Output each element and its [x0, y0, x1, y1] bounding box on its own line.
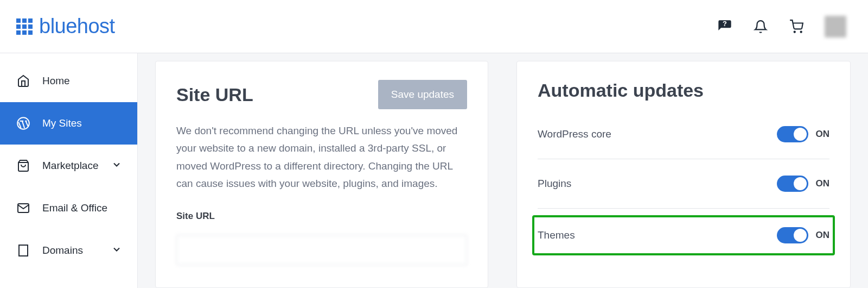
- home-icon: [16, 74, 30, 88]
- mail-icon: [16, 201, 30, 215]
- svg-rect-6: [19, 245, 28, 256]
- brand-name: bluehost: [39, 15, 115, 38]
- sidebar-item-home[interactable]: Home: [0, 60, 137, 102]
- cart-icon[interactable]: [789, 19, 804, 34]
- card-title: Automatic updates: [538, 80, 829, 101]
- chevron-down-icon: [111, 159, 122, 173]
- sidebar-item-my-sites[interactable]: My Sites: [0, 102, 137, 145]
- wordpress-icon: [16, 116, 30, 130]
- divider: [538, 208, 829, 209]
- toggle-wordpress-core[interactable]: [777, 126, 808, 142]
- sidebar-item-label: Home: [42, 75, 70, 87]
- svg-point-1: [794, 31, 795, 32]
- update-row-label: Themes: [538, 229, 575, 241]
- bell-icon[interactable]: [753, 19, 768, 34]
- automatic-updates-card: Automatic updates WordPress core ON Plug…: [516, 61, 851, 288]
- toggle-state: ON: [816, 129, 830, 140]
- update-row-label: WordPress core: [538, 128, 611, 140]
- avatar[interactable]: [825, 16, 846, 37]
- update-row-themes: Themes ON: [538, 217, 829, 253]
- chevron-down-icon: [111, 244, 122, 258]
- logo-grid-icon: [16, 18, 33, 35]
- highlighted-themes-row: Themes ON: [532, 215, 835, 255]
- toggle-state: ON: [816, 178, 830, 189]
- svg-text:?: ?: [723, 19, 727, 27]
- header: bluehost ?: [0, 0, 868, 53]
- building-icon: [16, 243, 30, 258]
- save-updates-button[interactable]: Save updates: [378, 80, 467, 109]
- update-row-wordpress-core: WordPress core ON: [538, 116, 829, 152]
- update-row-label: Plugins: [538, 178, 571, 190]
- site-url-description: We don't recommend changing the URL unle…: [176, 122, 467, 192]
- site-url-card: Site URL Save updates We don't recommend…: [155, 61, 488, 288]
- toggle-state: ON: [816, 230, 830, 241]
- sidebar-item-label: My Sites: [42, 117, 82, 129]
- toggle-themes[interactable]: [777, 227, 808, 243]
- card-title: Site URL: [176, 84, 253, 105]
- site-url-field-label: Site URL: [176, 211, 467, 222]
- sidebar-item-email-office[interactable]: Email & Office: [0, 187, 137, 229]
- sidebar-item-label: Marketplace: [42, 160, 99, 172]
- sidebar: Home My Sites Marketplace Email & Office: [0, 53, 138, 288]
- sidebar-item-domains[interactable]: Domains: [0, 229, 137, 272]
- header-actions: ?: [717, 16, 846, 37]
- sidebar-item-label: Domains: [42, 245, 83, 256]
- shopping-bag-icon: [16, 159, 30, 173]
- divider: [538, 159, 829, 159]
- update-row-plugins: Plugins ON: [538, 166, 829, 202]
- site-url-input[interactable]: [176, 235, 467, 265]
- main-content: Site URL Save updates We don't recommend…: [138, 53, 868, 288]
- brand-logo[interactable]: bluehost: [16, 15, 115, 38]
- sidebar-item-label: Email & Office: [42, 202, 107, 214]
- sidebar-item-marketplace[interactable]: Marketplace: [0, 145, 137, 187]
- svg-point-2: [801, 31, 802, 32]
- toggle-plugins[interactable]: [777, 176, 808, 192]
- help-chat-icon[interactable]: ?: [717, 19, 732, 34]
